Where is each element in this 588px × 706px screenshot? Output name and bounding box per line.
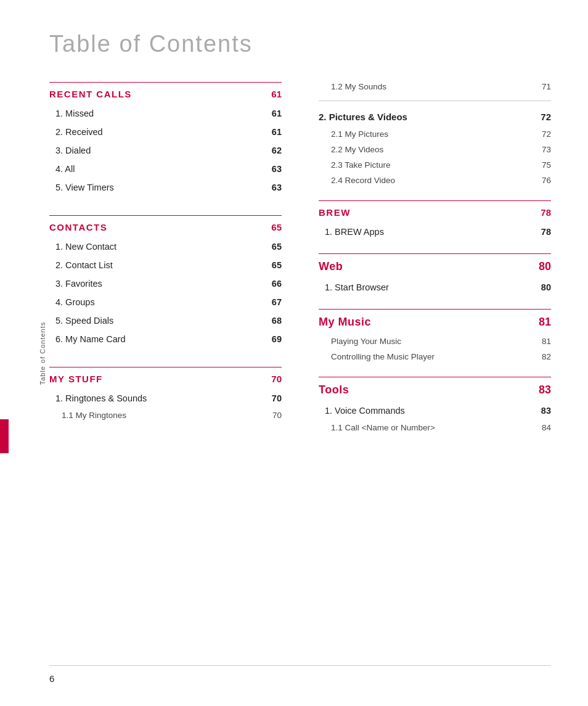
my-stuff-title: MY STUFF: [49, 374, 103, 384]
contacts-page: 65: [271, 222, 282, 232]
list-item: 1. Start Browser 80: [319, 278, 551, 297]
my-stuff-page: 70: [271, 374, 282, 384]
list-item: 2.2 My Videos 73: [319, 142, 551, 157]
list-item: 3. Dialed 62: [49, 141, 282, 160]
left-column: RECENT CALLS 61 1. Missed 61 2. Received…: [49, 82, 282, 435]
list-item: 1. BREW Apps 78: [319, 223, 551, 241]
list-item: 1. Ringtones & Sounds 70: [49, 389, 282, 408]
brew-title: BREW: [319, 207, 351, 218]
list-item: 4. Groups 67: [49, 293, 282, 311]
section-web: Web 80: [319, 253, 551, 273]
list-item: 4. All 63: [49, 160, 282, 178]
tools-title: Tools: [319, 384, 349, 396]
contacts-title: CONTACTS: [49, 222, 107, 232]
list-item: 2. Contact List 65: [49, 256, 282, 274]
list-item: 2. Pictures & Videos 72: [319, 107, 551, 126]
list-item: 5. View Timers 63: [49, 178, 282, 197]
my-music-page: 81: [539, 316, 551, 329]
pictures-videos-header: 2. Pictures & Videos 72: [319, 101, 551, 126]
list-item: 2. Received 61: [49, 123, 282, 141]
list-item: 3. Favorites 66: [49, 274, 282, 293]
recent-calls-page: 61: [271, 89, 282, 99]
list-item: Controlling the Music Player 82: [319, 349, 551, 364]
content-grid: RECENT CALLS 61 1. Missed 61 2. Received…: [49, 82, 551, 435]
web-page: 80: [539, 260, 551, 273]
page-container: Table of Contents Table of Contents RECE…: [0, 0, 588, 706]
tools-page: 83: [539, 384, 551, 396]
right-column: 1.2 My Sounds 71 2. Pictures & Videos 72…: [319, 82, 551, 435]
list-item: 1. Voice Commands 83: [319, 401, 551, 420]
list-item: 5. Speed Dials 68: [49, 311, 282, 330]
section-recent-calls: RECENT CALLS 61: [49, 82, 282, 99]
list-item: 1. Missed 61: [49, 104, 282, 123]
section-my-stuff: MY STUFF 70: [49, 367, 282, 384]
section-tools: Tools 83: [319, 377, 551, 396]
list-item: Playing Your Music 81: [319, 334, 551, 349]
bookmark-tab: [0, 419, 9, 453]
section-my-music: My Music 81: [319, 309, 551, 329]
list-item: 1. New Contact 65: [49, 237, 282, 256]
list-item: 1.1 My Ringtones 70: [49, 408, 282, 423]
my-music-title: My Music: [319, 316, 371, 329]
list-item: 2.4 Record Video 76: [319, 173, 551, 188]
web-title: Web: [319, 260, 343, 273]
page-footer: 6: [49, 665, 551, 684]
sidebar-label: Table of Contents: [39, 321, 46, 385]
section-contacts: CONTACTS 65: [49, 215, 282, 232]
recent-calls-title: RECENT CALLS: [49, 89, 132, 99]
pictures-videos-label: 2. Pictures & Videos: [319, 112, 407, 122]
page-title: Table of Contents: [49, 31, 551, 57]
list-item: 1.2 My Sounds 71: [319, 82, 551, 94]
list-item: 6. My Name Card 69: [49, 330, 282, 348]
list-item: 1.1 Call <Name or Number> 84: [319, 420, 551, 435]
list-item: 2.3 Take Picture 75: [319, 157, 551, 173]
list-item: 2.1 My Pictures 72: [319, 126, 551, 142]
brew-page: 78: [541, 207, 551, 218]
pictures-videos-page: 72: [541, 112, 551, 122]
section-brew: BREW 78: [319, 200, 551, 218]
page-number: 6: [49, 673, 54, 684]
